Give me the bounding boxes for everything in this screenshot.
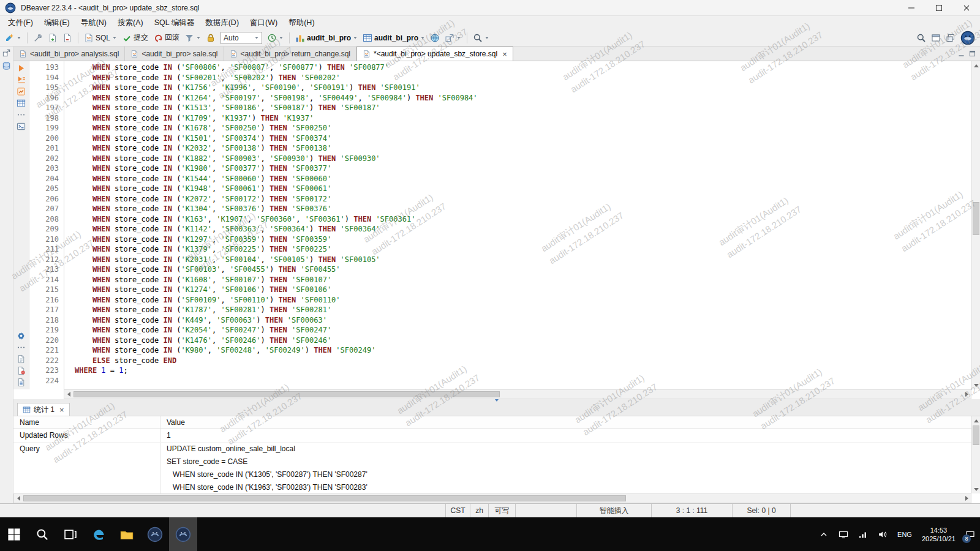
quick-search-button[interactable] [914,32,928,44]
line-number[interactable]: 201 [29,143,59,154]
start-button[interactable] [0,517,28,551]
code-line[interactable]: WHEN store_code IN ('K1513', 'SF00186', … [75,103,971,113]
query-history-button[interactable] [265,32,285,44]
menu-item[interactable]: SQL 编辑器 [149,17,200,29]
editor-settings-button[interactable] [17,331,26,340]
statistics-tab[interactable]: 统计 1 × [17,403,70,416]
menu-item[interactable]: 窗口(W) [244,17,283,29]
line-number[interactable]: 195 [29,83,59,93]
code-line[interactable]: WHEN store_code IN ('K1501', 'SF00374') … [75,133,971,144]
editor-tab[interactable]: <audit_bi_pro> analysis.sql [13,47,125,61]
minimize-view-icon[interactable] [957,50,965,58]
line-number[interactable]: 217 [29,305,59,315]
line-number[interactable]: 219 [29,325,59,335]
file-explorer-button[interactable] [113,517,141,551]
line-number[interactable]: 214 [29,275,59,285]
code-line[interactable]: WHEN store_code IN ('K1142', 'SF00363', … [75,224,971,234]
code-line[interactable]: WHEN store_code IN ('K1379', 'SF00225') … [75,244,971,255]
code-line[interactable]: WHEN store_code IN ('K1980', 'SF00377') … [75,163,971,174]
restore-view-icon[interactable] [2,48,11,58]
edge-browser-button[interactable] [85,517,113,551]
editor-horizontal-scrollbar[interactable] [64,389,971,399]
transaction-log-button[interactable] [183,32,203,44]
result-grid-button[interactable] [17,99,26,108]
code-line[interactable]: WHEN store_code IN ('K2072', 'SF00172') … [75,194,971,204]
code-line[interactable]: WHERE 1 = 1; [75,365,971,376]
minimize-button[interactable] [897,0,925,15]
delete-item-button[interactable] [61,32,74,44]
restore-panels-button[interactable] [944,32,957,44]
line-number[interactable]: 216 [29,295,59,305]
dbeaver-taskbar-button-active[interactable] [169,517,197,551]
line-number[interactable]: 207 [29,204,59,214]
line-number[interactable]: 224 [29,376,59,386]
maximize-view-icon[interactable] [968,50,976,58]
minimize-panels-button[interactable] [929,32,943,44]
line-number[interactable]: 204 [29,174,59,184]
code-line[interactable]: WHEN store_code IN ('K980', 'SF00248', '… [75,345,971,356]
scroll-left-arrow[interactable] [64,390,73,399]
code-line[interactable]: WHEN store_code IN ('K2054', 'SF00247') … [75,325,971,335]
line-number[interactable]: 215 [29,285,59,295]
code-line[interactable]: WHEN store_code IN ('K163', 'K1907', 'SF… [75,214,971,225]
commit-button[interactable]: 提交 [120,31,150,44]
open-console-button[interactable] [17,122,26,131]
statusbar-item[interactable]: 3 : 1 : 111 [651,504,732,517]
editor-vertical-scrollbar[interactable] [971,61,980,389]
line-number-gutter[interactable]: 1931941951961971981992002012022032042052… [29,61,64,389]
export-button[interactable] [443,32,463,44]
statusbar-item[interactable]: 可写 [488,504,515,517]
code-line[interactable]: WHEN store_code IN ('K1882', 'SF00903', … [75,154,971,164]
action-center-button[interactable]: 8 [960,517,980,551]
results-column-header[interactable]: Value [160,416,980,429]
sash-handle[interactable] [495,399,499,402]
menu-item[interactable]: 数据库(D) [200,17,244,29]
line-number[interactable]: 194 [29,73,59,83]
tab-close-icon[interactable]: × [59,405,64,414]
code-line[interactable]: WHEN store_code IN ('K1709', 'K1937') TH… [75,113,971,124]
statusbar-item[interactable]: zh [470,504,488,517]
scroll-right-arrow[interactable] [962,390,971,399]
menu-item[interactable]: 编辑(E) [39,17,75,29]
database-navigator-icon[interactable] [2,61,11,70]
tray-volume-button[interactable] [873,517,892,551]
output-log-button[interactable] [17,378,26,387]
code-line[interactable]: WHEN store_code IN ('K2032', 'SF00138') … [75,143,971,154]
taskbar-search-button[interactable] [28,517,56,551]
results-column-header[interactable]: Name [13,416,160,429]
code-editor-content[interactable]: WHEN store_code IN ('SF00806', 'SF00807'… [71,61,971,389]
editor-tab[interactable]: <audit_bi_pro> return_change.sql [224,47,356,61]
explain-plan-button[interactable] [17,87,26,96]
results-vertical-scrollbar[interactable] [971,416,980,493]
line-number[interactable]: 221 [29,345,59,356]
line-number[interactable]: 202 [29,154,59,164]
toolbar-overflow-icon[interactable] [17,343,26,352]
code-line[interactable]: WHEN store_code IN ('K2031', 'SF00104', … [75,255,971,265]
scroll-up-arrow[interactable] [972,416,980,425]
code-line[interactable] [75,376,971,386]
line-number[interactable]: 205 [29,184,59,194]
commit-mode-select[interactable]: Auto [221,32,262,44]
scrollbar-thumb[interactable] [973,202,979,235]
code-line[interactable]: ELSE store_code END [75,356,971,366]
line-number[interactable]: 212 [29,255,59,265]
code-line[interactable]: WHEN store_code IN ('K1756', 'K1996', 'S… [75,83,971,93]
network-config-button[interactable] [428,32,442,44]
line-number[interactable]: 209 [29,224,59,234]
dbeaver-taskbar-button[interactable] [141,517,169,551]
line-number[interactable]: 210 [29,234,59,245]
scroll-right-arrow[interactable] [962,494,971,503]
statusbar-item[interactable]: 智能插入 [576,504,651,517]
taskbar-clock[interactable]: 14:53 2025/10/21 [917,517,960,551]
connection-select[interactable]: audit_bi_pro [293,32,360,44]
line-number[interactable]: 197 [29,103,59,113]
code-line[interactable]: WHEN store_code IN ('K449', 'SF00063') T… [75,315,971,326]
scrollbar-thumb[interactable] [23,495,626,501]
menu-item[interactable]: 文件(F) [2,17,39,29]
line-number[interactable]: 211 [29,244,59,255]
scrollbar-thumb[interactable] [74,391,500,397]
line-number[interactable]: 193 [29,62,59,73]
sql-templates-button[interactable] [17,354,26,364]
tray-expand-button[interactable] [814,517,834,551]
line-number[interactable]: 200 [29,133,59,144]
